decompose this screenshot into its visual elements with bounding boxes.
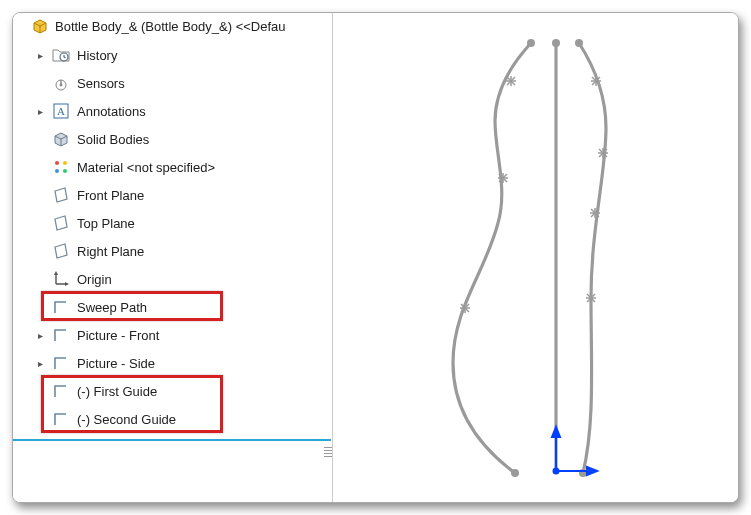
tree-item-right-plane[interactable]: Right Plane <box>13 237 332 265</box>
svg-point-15 <box>527 39 535 47</box>
feature-tree-list: ▸ History Sensors▸ AAnnotations Solid Bo… <box>13 39 332 439</box>
svg-marker-14 <box>65 282 69 286</box>
tree-item-sensors[interactable]: Sensors <box>13 69 332 97</box>
tree-item-label: Solid Bodies <box>77 132 149 147</box>
second-guide-curve <box>579 43 606 473</box>
sensors-icon <box>51 73 71 93</box>
plane-icon <box>51 241 71 261</box>
feature-tree-panel: Bottle Body_& (Bottle Body_&) <<Defau ▸ … <box>13 13 333 502</box>
tree-item-label: Annotations <box>77 104 146 119</box>
tree-item-annotations[interactable]: ▸ AAnnotations <box>13 97 332 125</box>
svg-point-9 <box>55 169 59 173</box>
tree-item-history[interactable]: ▸ History <box>13 41 332 69</box>
expander-icon[interactable]: ▸ <box>35 358 45 369</box>
tree-root-node[interactable]: Bottle Body_& (Bottle Body_&) <<Defau <box>13 13 332 39</box>
tree-item-label: Material <not specified> <box>77 160 215 175</box>
sketch-icon <box>51 297 71 317</box>
svg-point-8 <box>63 161 67 165</box>
svg-point-16 <box>552 39 560 47</box>
endpoint-dots <box>511 39 587 477</box>
tree-item-solid-bodies[interactable]: Solid Bodies <box>13 125 332 153</box>
solid-bodies-icon <box>51 129 71 149</box>
plane-icon <box>51 213 71 233</box>
plane-icon <box>51 185 71 205</box>
tree-item-picture-side[interactable]: ▸ Picture - Side <box>13 349 332 377</box>
sketch-icon <box>51 409 71 429</box>
expander-icon[interactable]: ▸ <box>35 50 45 61</box>
tree-root-label: Bottle Body_& (Bottle Body_&) <<Defau <box>55 19 286 34</box>
tree-item-front-plane[interactable]: Front Plane <box>13 181 332 209</box>
svg-marker-13 <box>54 271 58 275</box>
svg-marker-51 <box>587 467 597 475</box>
tree-item-sweep-path[interactable]: Sweep Path <box>13 293 332 321</box>
tree-item-label: Right Plane <box>77 244 144 259</box>
first-guide-curve <box>453 43 531 473</box>
panel-resize-grip[interactable] <box>324 447 332 457</box>
tree-item-label: Picture - Side <box>77 356 155 371</box>
svg-point-4 <box>60 84 63 87</box>
tree-item-picture-front[interactable]: ▸ Picture - Front <box>13 321 332 349</box>
svg-marker-49 <box>552 427 560 437</box>
tree-item-label: Front Plane <box>77 188 144 203</box>
tree-item-label: Sweep Path <box>77 300 147 315</box>
material-icon <box>51 157 71 177</box>
relation-markers <box>460 76 608 313</box>
svg-point-18 <box>511 469 519 477</box>
tree-item-label: History <box>77 48 117 63</box>
app-window: Bottle Body_& (Bottle Body_&) <<Defau ▸ … <box>12 12 739 503</box>
sketch-icon <box>51 381 71 401</box>
tree-item-origin[interactable]: Origin <box>13 265 332 293</box>
tree-item-second-guide[interactable]: (-) Second Guide <box>13 405 332 433</box>
part-icon <box>31 17 49 35</box>
tree-item-first-guide[interactable]: (-) First Guide <box>13 377 332 405</box>
svg-point-52 <box>554 469 559 474</box>
svg-text:A: A <box>57 105 65 117</box>
folder-history-icon <box>51 45 71 65</box>
svg-point-17 <box>575 39 583 47</box>
svg-point-7 <box>55 161 59 165</box>
expander-icon[interactable]: ▸ <box>35 106 45 117</box>
tree-item-label: Origin <box>77 272 112 287</box>
tree-item-label: (-) Second Guide <box>77 412 176 427</box>
tree-separator <box>13 439 331 441</box>
model-canvas <box>333 13 738 503</box>
expander-icon[interactable]: ▸ <box>35 330 45 341</box>
tree-item-label: Sensors <box>77 76 125 91</box>
tree-item-label: Top Plane <box>77 216 135 231</box>
tree-item-top-plane[interactable]: Top Plane <box>13 209 332 237</box>
tree-item-label: Picture - Front <box>77 328 159 343</box>
tree-item-label: (-) First Guide <box>77 384 157 399</box>
origin-icon <box>51 269 71 289</box>
tree-item-material-not-specified[interactable]: Material <not specified> <box>13 153 332 181</box>
svg-point-10 <box>63 169 67 173</box>
sketch-icon <box>51 353 71 373</box>
graphics-viewport[interactable] <box>333 13 738 502</box>
sketch-icon <box>51 325 71 345</box>
annotations-icon: A <box>51 101 71 121</box>
